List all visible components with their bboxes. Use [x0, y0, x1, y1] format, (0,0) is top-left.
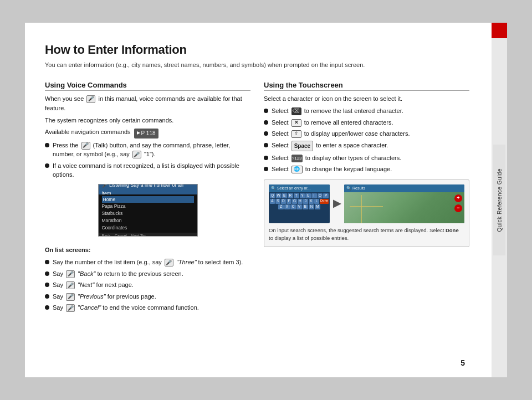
map-screen: 🔍 Results + − — [344, 184, 464, 223]
list-bullet-1: Say the number of the list item (e.g., s… — [45, 258, 250, 267]
case-icon: ⇧ — [291, 130, 301, 138]
voice-intro-line1: When you see 🎤 in this manual, voice com… — [45, 94, 250, 114]
touchscreen-caption: On input search screens, the suggested s… — [269, 227, 464, 243]
touchscreen-intro: Select a character or icon on the screen… — [264, 94, 469, 104]
bullet-dot-l1 — [45, 260, 49, 264]
touchscreen-bullets: Select ⌫ to remove the last entered char… — [264, 106, 469, 174]
ts-bullet-dot-1 — [264, 109, 268, 113]
map-road-h — [350, 206, 383, 207]
voice-commands-body: When you see 🎤 in this manual, voice com… — [45, 94, 250, 312]
backspace-icon: ⌫ — [291, 107, 301, 115]
key-d: D — [281, 199, 286, 204]
voice-screenshot: 🎤 Listening Say a line number or an item… — [98, 184, 198, 237]
ts-bullet-4: Select Space to enter a space character. — [264, 141, 469, 151]
key-v: V — [296, 204, 302, 209]
key-y: Y — [300, 193, 305, 198]
screenshot-item-5: Coordinates — [102, 224, 194, 232]
talk-icon-3: 🎤 — [132, 151, 141, 158]
screenshot-list: Home Papa Pizza Starbucks Marathon Coord… — [99, 194, 197, 233]
voice-bullet-list: Press the 🎤 (Talk) button, and say the c… — [45, 141, 250, 180]
right-column: Using the Touchscreen Select a character… — [264, 81, 469, 315]
key-done: Done — [320, 199, 329, 204]
key-i: I — [311, 193, 317, 198]
map-minus-button: − — [454, 204, 462, 212]
touchscreen-images: 🔍 Select an entry or... Q W E R T — [269, 184, 464, 223]
screenshot-item-1: Home — [102, 196, 194, 203]
key-n: N — [309, 204, 314, 209]
ts-bullet-5: Select ?123 to display other types of ch… — [264, 153, 469, 163]
two-column-layout: Using Voice Commands When you see 🎤 in t… — [45, 81, 469, 315]
key-h: H — [298, 199, 303, 204]
sidebar: Quick Reference Guide — [492, 23, 507, 377]
arrow-right-icon: ▶ — [333, 196, 341, 212]
screenshot-item-2: Papa Pizza — [102, 203, 194, 210]
page-number: 5 — [461, 358, 465, 367]
key-u: U — [305, 193, 311, 198]
key-z: Z — [278, 204, 284, 209]
map-view: + − — [344, 192, 464, 223]
key-g: G — [292, 199, 297, 204]
key-b: B — [303, 204, 308, 209]
voice-bullet-2: If a voice command is not recognized, a … — [45, 161, 250, 180]
map-road-v — [361, 195, 362, 223]
voice-commands-title: Using Voice Commands — [45, 81, 250, 91]
screenshot-header: 🎤 Listening Say a line number or an item — [99, 184, 197, 194]
keyboard-row-2: A S D F G H J K L Do — [270, 199, 329, 204]
sidebar-tab[interactable]: Quick Reference Guide — [493, 145, 505, 255]
voice-bullet-1: Press the 🎤 (Talk) button, and say the c… — [45, 141, 250, 159]
key-m: M — [315, 204, 320, 209]
key-e: E — [282, 193, 287, 198]
ts-bullet-2: Select ✕ to remove all entered character… — [264, 118, 469, 127]
key-j: J — [303, 199, 308, 204]
key-a: A — [270, 199, 275, 204]
keyboard-row-3: Z X C V B N M — [270, 204, 329, 209]
list-bullet-3: Say 🎤 "Next" for next page. — [45, 280, 250, 290]
touchscreen-image-box: 🔍 Select an entry or... Q W E R T — [264, 180, 469, 248]
bullet-dot-l4 — [45, 294, 49, 299]
red-marker — [492, 23, 507, 38]
talk-icon: 🎤 — [86, 95, 95, 103]
map-screen-header: 🔍 Results — [344, 184, 464, 192]
key-k: K — [309, 199, 314, 204]
key-r: R — [288, 193, 293, 198]
talk-icon-next: 🎤 — [66, 281, 75, 289]
talk-icon-back: 🎤 — [66, 270, 75, 278]
key-q: Q — [270, 193, 275, 198]
key-t: T — [294, 193, 299, 198]
key-o: O — [318, 193, 323, 198]
touchscreen-body: Select a character or icon on the screen… — [264, 94, 469, 248]
language-icon: 🌐 — [291, 166, 303, 173]
keyboard-search-text: 🔍 Select an entry or... — [271, 185, 310, 191]
bullet-dot-2 — [45, 163, 49, 168]
talk-icon-2: 🎤 — [81, 142, 90, 150]
key-w: W — [276, 193, 282, 198]
bullet-dot-l3 — [45, 283, 49, 287]
screenshot-footer: Back Cancel Next Tip — [99, 233, 197, 236]
key-f: F — [287, 199, 291, 204]
footer-cancel: Cancel — [115, 233, 127, 236]
key-l: L — [314, 199, 319, 204]
keyboard-screen-header: 🔍 Select an entry or... — [269, 184, 330, 192]
on-list-title: On list screens: — [45, 245, 250, 255]
keyboard-screen: 🔍 Select an entry or... Q W E R T — [269, 184, 330, 223]
key-x: X — [284, 204, 290, 209]
talk-icon-list: 🎤 — [165, 259, 173, 266]
ts-bullet-dot-5 — [264, 156, 268, 160]
screenshot-item-3: Starbucks — [102, 210, 194, 217]
list-bullet-5: Say 🎤 "Cancel" to end the voice command … — [45, 303, 250, 312]
on-list-bullets: Say the number of the list item (e.g., s… — [45, 258, 250, 312]
bullet-dot-l5 — [45, 305, 49, 310]
screenshot-item-4: Marathon — [102, 217, 194, 224]
page-title: How to Enter Information — [45, 43, 469, 57]
ts-bullet-dot-4 — [264, 143, 268, 147]
left-column: Using Voice Commands When you see 🎤 in t… — [45, 81, 250, 315]
talk-icon-prev: 🎤 — [66, 293, 75, 301]
keyboard-row-1: Q W E R T Y U I O P — [270, 193, 329, 198]
ts-bullet-dot-6 — [264, 167, 268, 171]
list-bullet-2: Say 🎤 "Back" to return to the previous s… — [45, 269, 250, 279]
page-ref-badge: P 118 — [134, 129, 158, 139]
touchscreen-title: Using the Touchscreen — [264, 81, 469, 91]
ts-bullet-1: Select ⌫ to remove the last entered char… — [264, 106, 469, 116]
footer-back: Back — [102, 233, 111, 236]
symbols-icon: ?123 — [291, 155, 303, 162]
